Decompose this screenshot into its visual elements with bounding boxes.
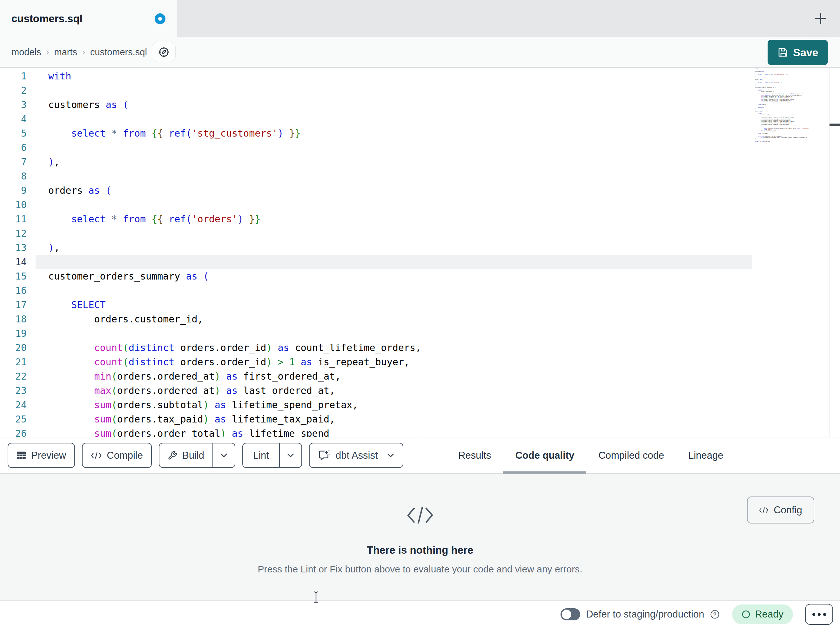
- code-line[interactable]: 17 SELECT: [0, 297, 840, 312]
- breadcrumb-item[interactable]: models: [11, 47, 41, 57]
- breadcrumb-item[interactable]: customers.sql: [90, 47, 147, 57]
- code-line[interactable]: 2: [0, 83, 840, 98]
- compass-icon: [157, 46, 171, 59]
- toggle-knob: [562, 610, 571, 619]
- lint-button[interactable]: Lint: [242, 443, 302, 468]
- code-line[interactable]: 6: [0, 141, 840, 155]
- line-number: 18: [0, 312, 27, 326]
- code-text: SELECT: [48, 297, 106, 312]
- code-text: min(orders.ordered_at) as first_ordered_…: [48, 369, 341, 383]
- code-line[interactable]: 8: [0, 169, 840, 183]
- breadcrumb-separator: ›: [82, 47, 85, 57]
- panel-tab-code-quality[interactable]: Code quality: [503, 437, 586, 473]
- table-icon: [16, 451, 26, 460]
- line-number: 11: [0, 212, 27, 226]
- line-number: 1: [0, 69, 27, 83]
- code-line[interactable]: 19: [0, 326, 840, 340]
- unsaved-changes-indicator: [155, 13, 166, 24]
- code-text: select * from {{ ref('orders') }}: [48, 212, 261, 226]
- defer-toggle[interactable]: [561, 608, 580, 620]
- line-number: 15: [0, 269, 27, 283]
- code-line[interactable]: 20 count(distinct orders.order_id) as co…: [0, 340, 840, 355]
- dbt-assist-button[interactable]: dbt Assist: [309, 443, 403, 468]
- line-number: 21: [0, 355, 27, 369]
- chevron-down-icon: [387, 453, 395, 458]
- line-number: 14: [0, 255, 27, 269]
- save-icon: [777, 47, 789, 58]
- ready-circle-icon: [742, 610, 750, 619]
- code-text: ),: [48, 155, 60, 169]
- code-text: sum(orders.order_total) as lifetime_spen…: [48, 426, 329, 437]
- code-text: count(distinct orders.order_id) > 1 as i…: [48, 355, 410, 369]
- code-line[interactable]: 22 min(orders.ordered_at) as first_order…: [0, 369, 840, 383]
- code-lines: 1with23customers as (45 select * from {{…: [0, 69, 840, 437]
- code-line[interactable]: 24 sum(orders.subtotal) as lifetime_spen…: [0, 398, 840, 412]
- save-button[interactable]: Save: [767, 40, 828, 65]
- code-editor[interactable]: 1with23customers as (45 select * from {{…: [0, 68, 840, 437]
- code-text: with: [48, 69, 71, 83]
- defer-control: Defer to staging/production ?: [561, 608, 720, 620]
- line-number: 6: [0, 141, 27, 155]
- code-slash-icon: [405, 504, 436, 526]
- file-tab[interactable]: customers.sql: [0, 0, 177, 37]
- code-line[interactable]: 4: [0, 112, 840, 126]
- code-icon: [91, 452, 102, 459]
- scrollbar-thumb[interactable]: [829, 123, 840, 126]
- file-tab-title: customers.sql: [11, 13, 82, 25]
- line-number: 17: [0, 297, 27, 312]
- svg-text:?: ?: [713, 612, 717, 617]
- indent-guide: [48, 198, 48, 212]
- compile-button-label: Compile: [107, 450, 143, 461]
- line-number: 25: [0, 412, 27, 426]
- build-dropdown-toggle[interactable]: [212, 443, 235, 467]
- chevron-down-icon: [220, 453, 228, 458]
- code-line[interactable]: 9orders as (: [0, 183, 840, 198]
- file-explore-button[interactable]: [152, 42, 175, 62]
- code-text: ),: [48, 240, 60, 255]
- code-line[interactable]: 21 count(distinct orders.order_id) > 1 a…: [0, 355, 840, 369]
- code-line[interactable]: 12: [0, 226, 840, 240]
- panel-tab-results[interactable]: Results: [446, 437, 503, 473]
- code-line[interactable]: 7),: [0, 155, 840, 169]
- code-text: sum(orders.tax_paid) as lifetime_tax_pai…: [48, 412, 335, 426]
- line-number: 24: [0, 398, 27, 412]
- lint-dropdown-toggle[interactable]: [279, 443, 302, 467]
- more-options-button[interactable]: [805, 604, 833, 625]
- panel-tab-compiled-code[interactable]: Compiled code: [586, 437, 676, 473]
- breadcrumb-item[interactable]: marts: [54, 47, 77, 57]
- code-text: orders as (: [48, 183, 112, 198]
- code-line[interactable]: 10: [0, 198, 840, 212]
- line-number: 7: [0, 155, 27, 169]
- save-button-label: Save: [793, 46, 818, 59]
- text-cursor-pointer: [313, 591, 319, 604]
- line-number: 26: [0, 426, 27, 437]
- lint-button-label: Lint: [253, 450, 269, 461]
- code-line[interactable]: 5 select * from {{ ref('stg_customers') …: [0, 126, 840, 141]
- minimap[interactable]: with customers as ( select * from {{ ref…: [755, 68, 821, 142]
- breadcrumb: models›marts›customers.sql: [11, 37, 147, 67]
- code-line[interactable]: 3customers as (: [0, 98, 840, 112]
- code-line[interactable]: 11 select * from {{ ref('orders') }}: [0, 212, 840, 226]
- code-line[interactable]: 25 sum(orders.tax_paid) as lifetime_tax_…: [0, 412, 840, 426]
- code-line[interactable]: 26 sum(orders.order_total) as lifetime_s…: [0, 426, 840, 437]
- code-line[interactable]: 15customer_orders_summary as (: [0, 269, 840, 283]
- compile-button[interactable]: Compile: [82, 443, 152, 468]
- build-button[interactable]: Build: [159, 443, 235, 468]
- indent-guide: [48, 226, 48, 240]
- file-header: models›marts›customers.sql Save: [0, 37, 840, 68]
- help-icon[interactable]: ?: [710, 609, 720, 619]
- preview-button-label: Preview: [31, 450, 66, 461]
- code-line[interactable]: 1with: [0, 69, 840, 83]
- code-line[interactable]: 13),: [0, 240, 840, 255]
- code-line[interactable]: 14: [0, 255, 840, 269]
- code-line[interactable]: 23 max(orders.ordered_at) as last_ordere…: [0, 383, 840, 398]
- code-line[interactable]: 16: [0, 283, 840, 297]
- dbt-assist-button-label: dbt Assist: [336, 450, 378, 461]
- empty-state-subtitle: Press the Lint or Fix button above to ev…: [257, 564, 582, 575]
- indent-guide: [48, 326, 48, 340]
- new-tab-button[interactable]: [809, 7, 832, 30]
- code-line[interactable]: 18 orders.customer_id,: [0, 312, 840, 326]
- code-text: customers as (: [48, 98, 129, 112]
- panel-tab-lineage[interactable]: Lineage: [676, 437, 735, 473]
- preview-button[interactable]: Preview: [8, 443, 75, 468]
